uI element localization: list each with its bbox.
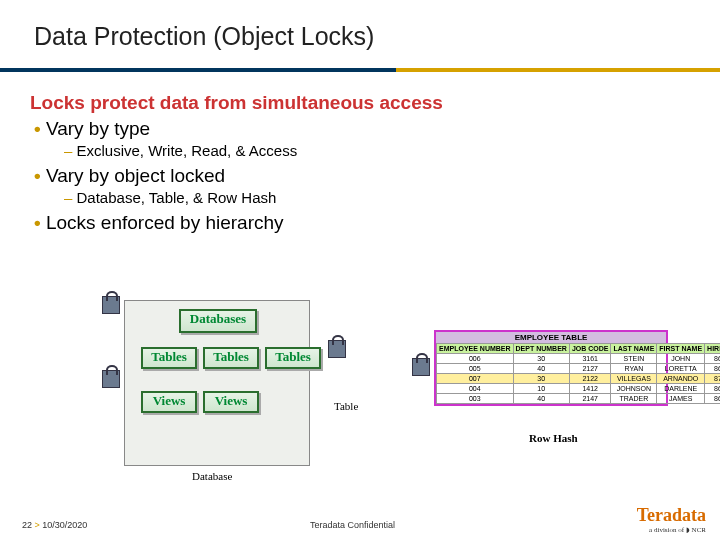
footer-date: 10/30/2020 bbox=[42, 520, 87, 530]
bullet-vary-object: • Vary by object locked bbox=[34, 165, 690, 187]
col-header: LAST NAME bbox=[611, 344, 657, 354]
bullet-vary-type: • Vary by type bbox=[34, 118, 690, 140]
brand-name: Teradata bbox=[637, 505, 706, 525]
slide-title: Data Protection (Object Locks) bbox=[34, 22, 374, 51]
footer-sep: > bbox=[35, 520, 40, 530]
content-area: Locks protect data from simultaneous acc… bbox=[30, 92, 690, 236]
tables-box: Tables bbox=[265, 347, 321, 369]
employee-table-title: EMPLOYEE TABLE bbox=[436, 332, 666, 343]
footer-left: 22 > 10/30/2020 bbox=[22, 520, 87, 530]
subbullet-types: – Exclusive, Write, Read, & Access bbox=[64, 142, 690, 159]
views-box: Views bbox=[141, 391, 197, 413]
subbullet-text: Database, Table, & Row Hash bbox=[77, 189, 277, 206]
lock-icon bbox=[412, 358, 430, 376]
employee-table: EMPLOYEE TABLE EMPLOYEE NUMBER DEPT NUMB… bbox=[434, 330, 668, 406]
col-header: HIRE DATE bbox=[705, 344, 720, 354]
table-label: Table bbox=[334, 400, 358, 412]
brand-sub: a division of ◗ NCR bbox=[637, 526, 706, 534]
table-header-row: EMPLOYEE NUMBER DEPT NUMBER JOB CODE LAS… bbox=[437, 344, 721, 354]
databases-box: Databases bbox=[179, 309, 257, 333]
lock-icon bbox=[328, 340, 346, 358]
database-frame: Databases Tables Tables Tables Views Vie… bbox=[124, 300, 310, 466]
bullet-text: Locks enforced by hierarchy bbox=[46, 212, 284, 233]
lead-text: Locks protect data from simultaneous acc… bbox=[30, 92, 690, 114]
page-number: 22 bbox=[22, 520, 32, 530]
lock-icon bbox=[102, 296, 120, 314]
col-header: EMPLOYEE NUMBER bbox=[437, 344, 514, 354]
title-rule bbox=[0, 68, 720, 72]
table-row: 003402147TRADERJAMES860731 bbox=[437, 394, 721, 404]
employee-grid: EMPLOYEE NUMBER DEPT NUMBER JOB CODE LAS… bbox=[436, 343, 720, 404]
table-row: 005402127RYANLORETTA861024 bbox=[437, 364, 721, 374]
views-box: Views bbox=[203, 391, 259, 413]
table-row: 007302122VILLEGASARNANDO870126 bbox=[437, 374, 721, 384]
col-header: DEPT NUMBER bbox=[513, 344, 569, 354]
brand-logo: Teradata a division of ◗ NCR bbox=[637, 505, 706, 534]
lock-icon bbox=[102, 370, 120, 388]
hierarchy-diagram: Databases Tables Tables Tables Views Vie… bbox=[124, 300, 614, 466]
tables-box: Tables bbox=[141, 347, 197, 369]
subbullet-text: Exclusive, Write, Read, & Access bbox=[77, 142, 298, 159]
database-label: Database bbox=[192, 470, 232, 482]
table-row: 006303161STEINJOHN861006 bbox=[437, 354, 721, 364]
tables-box: Tables bbox=[203, 347, 259, 369]
bullet-hierarchy: • Locks enforced by hierarchy bbox=[34, 212, 690, 234]
footer-confidential: Teradata Confidential bbox=[310, 520, 395, 530]
col-header: FIRST NAME bbox=[657, 344, 705, 354]
rowhash-label: Row Hash bbox=[529, 432, 578, 444]
table-row: 004101412JOHNSONDARLENE861015 bbox=[437, 384, 721, 394]
col-header: JOB CODE bbox=[569, 344, 611, 354]
bullet-text: Vary by object locked bbox=[46, 165, 225, 186]
bullet-text: Vary by type bbox=[46, 118, 150, 139]
subbullet-objects: – Database, Table, & Row Hash bbox=[64, 189, 690, 206]
